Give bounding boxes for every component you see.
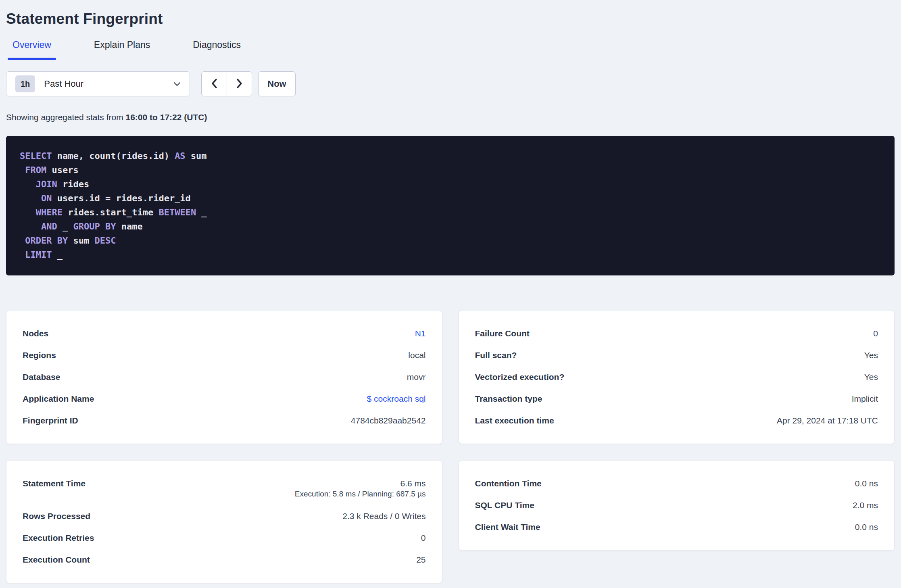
- row-value-wrap: $ cockroach sql: [367, 394, 426, 404]
- summary-row: Regionslocal: [23, 344, 426, 366]
- tab-overview[interactable]: Overview: [8, 40, 56, 59]
- row-value: Yes: [864, 350, 878, 360]
- summary-row: Full scan?Yes: [475, 344, 878, 366]
- time-toolbar: 1h Past Hour Now: [6, 71, 895, 96]
- statement-fingerprint-page: Statement Fingerprint Overview Explain P…: [0, 0, 901, 588]
- summary-row: Fingerprint ID4784cb829aab2542: [23, 410, 426, 432]
- row-label: Nodes: [23, 329, 48, 338]
- row-value: Implicit: [852, 394, 878, 404]
- now-button[interactable]: Now: [258, 71, 296, 96]
- row-label: Execution Retries: [23, 533, 94, 543]
- sql-text: [20, 207, 36, 217]
- summary-row: Rows Processed2.3 k Reads / 0 Writes: [23, 505, 426, 527]
- summary-row: Vectorized execution?Yes: [475, 366, 878, 388]
- sql-text: rides: [57, 179, 89, 189]
- sql-text: name, count(rides.id): [52, 151, 175, 161]
- time-interval-dropdown[interactable]: 1h Past Hour: [6, 71, 190, 96]
- row-value-wrap: 0: [873, 329, 878, 338]
- row-value-wrap: Yes: [864, 350, 878, 360]
- sql-keyword: ORDER BY: [25, 236, 68, 246]
- sql-keyword: ON: [41, 193, 52, 203]
- previous-interval-button[interactable]: [202, 72, 227, 96]
- time-interval-badge: 1h: [15, 75, 35, 92]
- row-value: 6.6 ms: [295, 479, 426, 488]
- page-title: Statement Fingerprint: [6, 10, 895, 27]
- summary-row: Databasemovr: [23, 366, 426, 388]
- next-interval-button[interactable]: [227, 72, 252, 96]
- row-value: 4784cb829aab2542: [351, 416, 426, 425]
- sql-line: AND _ GROUP BY name: [20, 219, 881, 234]
- sql-keyword: JOIN: [36, 179, 57, 189]
- row-label: Client Wait Time: [475, 522, 540, 532]
- sql-text: _: [196, 207, 207, 217]
- sql-keyword: SELECT: [20, 151, 52, 161]
- summary-row: Contention Time0.0 ns: [475, 473, 878, 494]
- sql-statement: SELECT name, count(rides.id) AS sum FROM…: [6, 136, 895, 275]
- row-value-wrap: Yes: [864, 372, 878, 382]
- row-label: Transaction type: [475, 394, 542, 404]
- sql-text: [20, 179, 36, 189]
- row-label: Rows Processed: [23, 511, 90, 521]
- row-subvalue: Execution: 5.8 ms / Planning: 687.5 µs: [295, 488, 426, 499]
- row-value-wrap: 2.0 ms: [853, 500, 878, 510]
- row-value-wrap: N1: [415, 329, 426, 338]
- row-label: Database: [23, 372, 60, 382]
- execution-attributes-card: Failure Count0Full scan?YesVectorized ex…: [459, 310, 895, 444]
- row-label: Vectorized execution?: [475, 372, 565, 382]
- sql-text: [20, 236, 25, 246]
- sql-keyword: DESC: [94, 236, 116, 246]
- row-value: 2.3 k Reads / 0 Writes: [342, 511, 425, 521]
- row-value: 25: [416, 555, 425, 565]
- row-value: 0: [421, 533, 426, 543]
- tab-bar: Overview Explain Plans Diagnostics: [6, 40, 895, 59]
- row-value-wrap: 2.3 k Reads / 0 Writes: [342, 511, 425, 521]
- row-value-wrap: Apr 29, 2024 at 17:18 UTC: [777, 416, 878, 425]
- sql-line: WHERE rides.start_time BETWEEN _: [20, 205, 881, 219]
- row-label: Last execution time: [475, 416, 554, 425]
- summary-row: NodesN1: [23, 323, 426, 344]
- row-value: 0.0 ns: [855, 522, 878, 532]
- summary-row: SQL CPU Time2.0 ms: [475, 494, 878, 516]
- statement-times-card: Statement Time6.6 msExecution: 5.8 ms / …: [6, 460, 442, 583]
- row-label: Regions: [23, 350, 56, 360]
- summary-row: Statement Time6.6 msExecution: 5.8 ms / …: [23, 473, 426, 505]
- sql-text: _: [52, 250, 63, 260]
- row-value-wrap: 4784cb829aab2542: [351, 416, 426, 425]
- sql-text: rides.start_time: [63, 207, 159, 217]
- sql-line: ORDER BY sum DESC: [20, 234, 881, 248]
- sql-line: JOIN rides: [20, 177, 881, 191]
- summary-row: Failure Count0: [475, 323, 878, 344]
- time-shift-buttons: [201, 71, 252, 96]
- tab-diagnostics[interactable]: Diagnostics: [188, 40, 246, 59]
- row-label: Application Name: [23, 394, 94, 404]
- aggregated-stats-caption: Showing aggregated stats from 16:00 to 1…: [6, 113, 895, 122]
- sql-keyword: LIMIT: [25, 250, 52, 260]
- sql-text: users.id = rides.rider_id: [52, 193, 190, 203]
- sql-text: users: [46, 165, 78, 175]
- sql-text: [20, 193, 41, 203]
- sql-text: _: [57, 221, 73, 231]
- chevron-right-icon: [236, 78, 242, 90]
- statement-details-card: NodesN1RegionslocalDatabasemovrApplicati…: [6, 310, 442, 444]
- row-value: local: [408, 350, 425, 360]
- summary-cards-grid: NodesN1RegionslocalDatabasemovrApplicati…: [6, 310, 895, 583]
- summary-row: Transaction typeImplicit: [475, 388, 878, 410]
- row-label: Execution Count: [23, 555, 90, 565]
- time-range-label: Past Hour: [44, 79, 83, 89]
- row-value-wrap: 0: [421, 533, 426, 543]
- sql-line: SELECT name, count(rides.id) AS sum: [20, 149, 881, 163]
- sql-line: ON users.id = rides.rider_id: [20, 191, 881, 205]
- summary-row: Execution Count25: [23, 549, 426, 571]
- row-label: SQL CPU Time: [475, 500, 534, 510]
- row-value-link[interactable]: $ cockroach sql: [367, 394, 426, 404]
- row-value-wrap: 0.0 ns: [855, 479, 878, 488]
- sql-text: [20, 250, 25, 260]
- row-label: Failure Count: [475, 329, 530, 338]
- sql-text: [20, 165, 25, 175]
- sql-keyword: AND: [41, 221, 57, 231]
- tab-explain-plans[interactable]: Explain Plans: [89, 40, 155, 59]
- sql-keyword: AS: [175, 151, 186, 161]
- chevron-left-icon: [211, 78, 217, 90]
- row-value-link[interactable]: N1: [415, 329, 426, 338]
- summary-row: Client Wait Time0.0 ns: [475, 516, 878, 538]
